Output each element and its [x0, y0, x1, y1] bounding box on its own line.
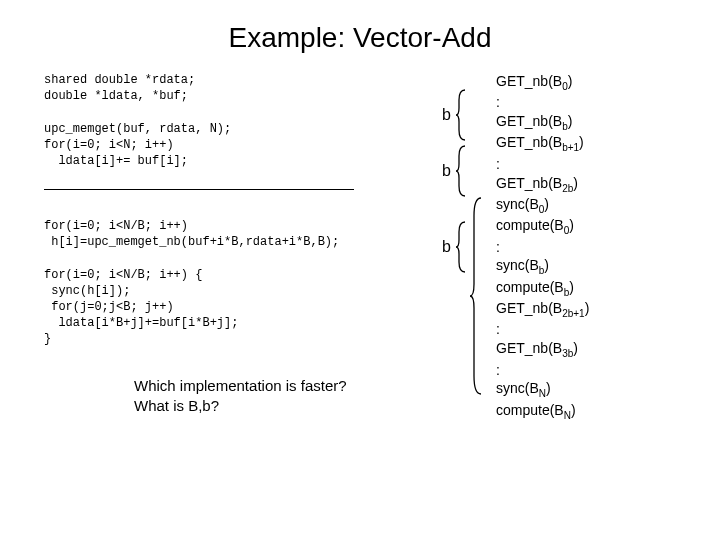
timeline-item: : — [496, 361, 688, 380]
timeline-item: GET_nb(B2b+1) — [496, 299, 688, 320]
brace-icon — [455, 144, 469, 198]
timeline-item: GET_nb(B2b) — [496, 174, 688, 195]
code-block-1: shared double *rdata; double *ldata, *bu… — [44, 72, 424, 169]
right-column: b b b GET_nb(B0):GET_nb(Bb)GET_nb(Bb+1):… — [434, 72, 688, 422]
timeline-item: GET_nb(Bb) — [496, 112, 688, 133]
timeline-item: sync(Bb) — [496, 256, 688, 277]
b-group-1: b — [442, 88, 469, 142]
timeline-item: GET_nb(B0) — [496, 72, 688, 93]
b-label-1: b — [442, 106, 451, 124]
timeline-item: : — [496, 155, 688, 174]
timeline-item: : — [496, 238, 688, 257]
timeline-item: sync(B0) — [496, 195, 688, 216]
b-label-3: b — [442, 238, 451, 256]
timeline-item: : — [496, 93, 688, 112]
b-group-3: b — [442, 220, 469, 274]
brace-icon — [455, 220, 469, 274]
timeline-item: compute(BN) — [496, 401, 688, 422]
timeline-item: GET_nb(Bb+1) — [496, 133, 688, 154]
timeline-item: compute(B0) — [496, 216, 688, 237]
b-label-2: b — [442, 162, 451, 180]
left-column: shared double *rdata; double *ldata, *bu… — [44, 72, 434, 422]
question-line-1: Which implementation is faster? — [134, 376, 424, 396]
divider — [44, 189, 354, 190]
question-text: Which implementation is faster? What is … — [134, 376, 424, 417]
brace-icon — [455, 88, 469, 142]
question-line-2: What is B,b? — [134, 396, 424, 416]
timeline-item: : — [496, 320, 688, 339]
timeline-item: compute(Bb) — [496, 278, 688, 299]
timeline-item: GET_nb(B3b) — [496, 339, 688, 360]
code-block-2: for(i=0; i<N/B; i++) h[i]=upc_memget_nb(… — [44, 218, 424, 348]
timeline-item: sync(BN) — [496, 379, 688, 400]
slide-title: Example: Vector-Add — [0, 0, 720, 72]
brace-large-icon — [469, 196, 485, 396]
b-group-2: b — [442, 144, 469, 198]
